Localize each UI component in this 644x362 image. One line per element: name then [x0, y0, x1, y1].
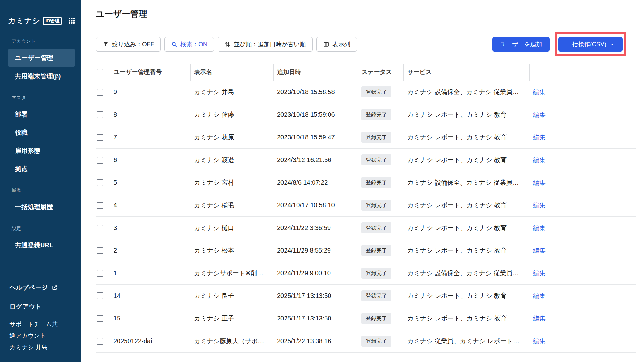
cell-user-number: 6	[110, 148, 190, 171]
edit-link[interactable]: 編集	[533, 156, 546, 163]
cell-added-at: 2025/1/17 13:13:50	[273, 284, 358, 307]
logout-label: ログアウト	[9, 302, 42, 311]
edit-link[interactable]: 編集	[533, 337, 546, 344]
row-checkbox[interactable]	[97, 179, 103, 186]
account-user-name: カミナシ 井島	[9, 342, 72, 353]
table-row: 15 カミナシ 正子 2025/1/17 13:13:50 登録完了 カミナシ …	[96, 307, 636, 330]
edit-link[interactable]: 編集	[533, 134, 546, 141]
cell-added-at: 2023/10/18 15:58:58	[273, 81, 358, 103]
status-badge: 登録完了	[361, 132, 391, 143]
edit-link[interactable]: 編集	[533, 111, 546, 118]
sidebar-item-shared-devices[interactable]: 共用端末管理(β)	[8, 67, 75, 85]
row-checkbox[interactable]	[97, 292, 103, 299]
row-checkbox[interactable]	[97, 247, 103, 254]
row-checkbox[interactable]	[97, 338, 103, 345]
caret-down-icon	[609, 42, 615, 47]
cell-user-number: 8	[110, 103, 190, 126]
cell-user-number: 9	[110, 81, 190, 103]
sidebar-item-label: 共用端末管理(β)	[15, 72, 61, 81]
sidebar-item-employment-types[interactable]: 雇用形態	[8, 142, 75, 160]
logout-button[interactable]: ログアウト	[0, 297, 81, 316]
table-row: 5 カミナシ 宮村 2024/8/6 14:07:22 登録完了 カミナシ 設備…	[96, 171, 636, 194]
row-checkbox[interactable]	[97, 157, 103, 164]
cell-display-name: カミナシ 井島	[190, 81, 273, 103]
add-user-button-label: ユーザーを追加	[500, 40, 542, 48]
edit-link[interactable]: 編集	[533, 270, 546, 276]
brand-logo: カミナシ ID管理	[0, 0, 81, 26]
edit-link[interactable]: 編集	[533, 247, 546, 254]
edit-link[interactable]: 編集	[533, 224, 546, 231]
row-checkbox[interactable]	[97, 225, 103, 231]
add-user-button[interactable]: ユーザーを追加	[492, 37, 550, 52]
row-checkbox[interactable]	[97, 315, 103, 322]
sidebar-section: 設定 共通登録URL	[8, 226, 75, 254]
columns-button[interactable]: 表示列	[316, 37, 357, 52]
cell-services: カミナシ レポート、カミナシ 教育	[403, 126, 529, 148]
edit-link[interactable]: 編集	[533, 88, 546, 95]
row-checkbox[interactable]	[97, 202, 103, 209]
cell-services: カミナシ レポート、カミナシ 教育	[403, 239, 529, 262]
cell-extra	[563, 81, 636, 103]
cell-extra	[563, 262, 636, 284]
bulk-action-csv-button[interactable]: 一括操作(CSV)	[558, 37, 623, 52]
sidebar-section: アカウント ユーザー管理 共用端末管理(β)	[8, 38, 75, 85]
sidebar-item-batch-history[interactable]: 一括処理履歴	[8, 198, 75, 216]
sidebar-item-common-registration-url[interactable]: 共通登録URL	[8, 236, 75, 254]
cell-services: カミナシ レポート、カミナシ 教育	[403, 194, 529, 216]
select-all-checkbox[interactable]	[97, 69, 103, 75]
apps-grid-icon[interactable]	[68, 17, 75, 25]
account-name-line1: サポートチーム共	[9, 318, 72, 330]
status-badge: 登録完了	[361, 313, 391, 324]
user-table: ユーザー管理番号 表示名 追加日時 ステータス サービス 9 カミナシ 井島 2…	[96, 64, 636, 353]
sidebar-section-label: 履歴	[12, 187, 75, 193]
sidebar-section-label: アカウント	[12, 38, 75, 44]
external-link-icon	[52, 285, 58, 291]
funnel-icon	[103, 41, 109, 47]
sort-button[interactable]: 並び順：追加日時が古い順	[218, 37, 312, 52]
table-row: 20250122-dai カミナシ藤原大（サポー… 2025/1/22 13:3…	[96, 330, 636, 352]
edit-link[interactable]: 編集	[533, 292, 546, 299]
row-checkbox[interactable]	[97, 134, 103, 141]
filter-button[interactable]: 絞り込み：OFF	[96, 37, 161, 52]
search-button[interactable]: 検索：ON	[164, 37, 214, 52]
cell-added-at: 2025/1/22 13:38:16	[273, 330, 358, 352]
edit-link[interactable]: 編集	[533, 202, 546, 209]
cell-services: カミナシ レポート、カミナシ 教育	[403, 148, 529, 171]
cell-user-number: 2	[110, 239, 190, 262]
sidebar-item-positions[interactable]: 役職	[8, 123, 75, 142]
row-checkbox[interactable]	[97, 89, 103, 96]
row-checkbox[interactable]	[97, 270, 103, 277]
table-row: 9 カミナシ 井島 2023/10/18 15:58:58 登録完了 カミナシ …	[96, 81, 636, 103]
sidebar-item-users[interactable]: ユーザー管理	[8, 49, 75, 67]
cell-display-name: カミナシ 萩原	[190, 126, 273, 148]
sidebar-section-label: 設定	[12, 226, 75, 231]
brand-name: カミナシ	[8, 16, 40, 26]
cell-extra	[563, 239, 636, 262]
row-checkbox[interactable]	[97, 111, 103, 118]
cell-added-at: 2024/11/22 3:36:59	[273, 216, 358, 239]
cell-user-number: 3	[110, 216, 190, 239]
page-title: ユーザー管理	[96, 8, 636, 19]
col-header-edit	[529, 64, 563, 81]
sort-button-label: 並び順：追加日時が古い順	[234, 40, 306, 48]
main-content: ユーザー管理 絞り込み：OFF 検索：ON	[88, 0, 644, 362]
cell-display-name: カミナシ 稲毛	[190, 194, 273, 216]
table-columns-icon	[323, 41, 329, 47]
table-row: 2 カミナシ 松本 2024/11/29 8:55:29 登録完了 カミナシ レ…	[96, 239, 636, 262]
sidebar-item-label: ユーザー管理	[15, 54, 53, 62]
status-badge: 登録完了	[361, 154, 391, 165]
cell-display-name: カミナシ 良子	[190, 284, 273, 307]
sidebar: カミナシ ID管理 アカウント ユーザー管理 共用端末管理(β)	[0, 0, 81, 362]
cell-user-number: 7	[110, 126, 190, 148]
user-table-container: ユーザー管理番号 表示名 追加日時 ステータス サービス 9 カミナシ 井島 2…	[96, 64, 636, 353]
cell-extra	[563, 171, 636, 194]
edit-link[interactable]: 編集	[533, 179, 546, 186]
edit-link[interactable]: 編集	[533, 315, 546, 322]
table-row: 14 カミナシ 良子 2025/1/17 13:13:50 登録完了 カミナシ …	[96, 284, 636, 307]
cell-services: カミナシ レポート、カミナシ 教育	[403, 216, 529, 239]
cell-user-number: 14	[110, 284, 190, 307]
sidebar-item-departments[interactable]: 部署	[8, 105, 75, 123]
help-page-link[interactable]: ヘルプページ	[0, 278, 81, 297]
sidebar-item-locations[interactable]: 拠点	[8, 160, 75, 178]
cell-services: カミナシ 従業員、カミナシ レポート、…	[403, 330, 529, 352]
